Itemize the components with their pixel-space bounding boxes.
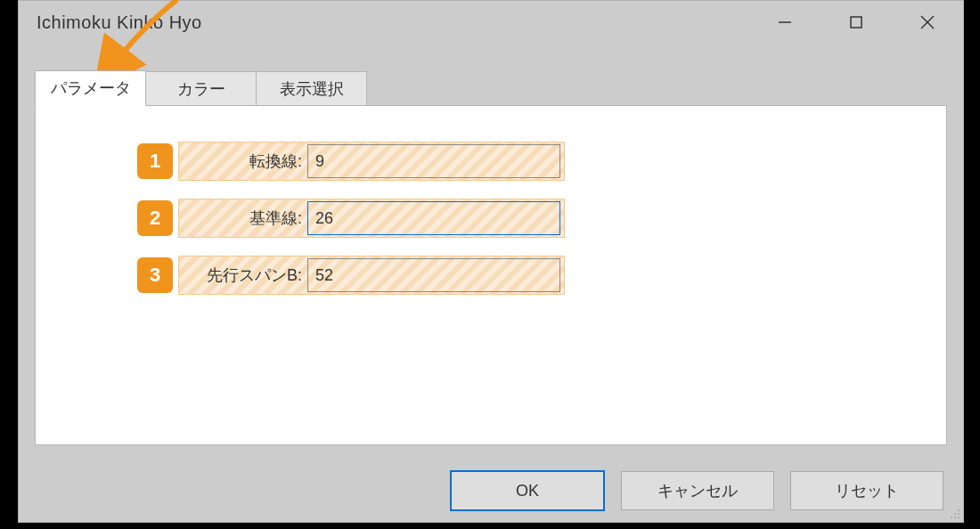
svg-point-6 bbox=[958, 513, 960, 515]
minimize-icon bbox=[779, 16, 791, 28]
maximize-button[interactable] bbox=[821, 1, 892, 44]
param-highlight: 転換線: bbox=[178, 142, 565, 181]
ok-button[interactable]: OK bbox=[450, 470, 605, 511]
maximize-icon bbox=[850, 16, 862, 28]
close-icon bbox=[920, 15, 935, 29]
tenkan-input[interactable] bbox=[307, 144, 560, 178]
title-bar: Ichimoku Kinko Hyo bbox=[19, 1, 963, 44]
tab-strip: パラメータ カラー 表示選択 bbox=[35, 70, 947, 106]
dialog-window: Ichimoku Kinko Hyo パラメータ カラー 表示選択 bbox=[18, 0, 964, 523]
resize-grip-icon[interactable] bbox=[949, 508, 961, 520]
param-row-kijun: 2 基準線: bbox=[137, 199, 565, 238]
svg-point-9 bbox=[958, 517, 960, 518]
param-label-tenkan: 転換線: bbox=[179, 151, 307, 172]
param-label-kijun: 基準線: bbox=[179, 208, 307, 229]
svg-point-5 bbox=[954, 513, 956, 515]
senkou-b-input[interactable] bbox=[307, 258, 560, 292]
param-highlight: 先行スパンB: bbox=[178, 256, 565, 295]
param-row-senkou-b: 3 先行スパンB: bbox=[137, 256, 565, 295]
param-label-senkou-b: 先行スパンB: bbox=[179, 264, 307, 286]
param-highlight: 基準線: bbox=[178, 199, 565, 238]
annotation-badge-1: 1 bbox=[137, 143, 173, 179]
svg-point-7 bbox=[951, 517, 952, 518]
parameter-list: 1 転換線: 2 基準線: 3 先行スパンB: bbox=[137, 142, 565, 313]
param-row-tenkan: 1 転換線: bbox=[137, 142, 565, 181]
close-button[interactable] bbox=[892, 1, 963, 44]
tab-colors[interactable]: カラー bbox=[146, 71, 257, 106]
annotation-badge-3: 3 bbox=[137, 257, 173, 293]
tab-content: 1 転換線: 2 基準線: 3 先行スパンB: bbox=[35, 105, 947, 445]
svg-rect-1 bbox=[851, 17, 862, 28]
kijun-input[interactable] bbox=[307, 201, 560, 235]
svg-point-4 bbox=[958, 509, 960, 511]
button-row: OK キャンセル リセット bbox=[19, 467, 963, 515]
tab-visibility[interactable]: 表示選択 bbox=[257, 71, 367, 106]
work-area: パラメータ カラー 表示選択 1 転換線: 2 基準線: bbox=[35, 70, 947, 444]
minimize-button[interactable] bbox=[749, 1, 821, 44]
window-title: Ichimoku Kinko Hyo bbox=[37, 12, 749, 33]
tab-parameters[interactable]: パラメータ bbox=[35, 70, 146, 106]
annotation-badge-2: 2 bbox=[137, 200, 173, 236]
svg-point-8 bbox=[954, 517, 956, 518]
cancel-button[interactable]: キャンセル bbox=[621, 471, 774, 510]
reset-button[interactable]: リセット bbox=[790, 471, 943, 510]
